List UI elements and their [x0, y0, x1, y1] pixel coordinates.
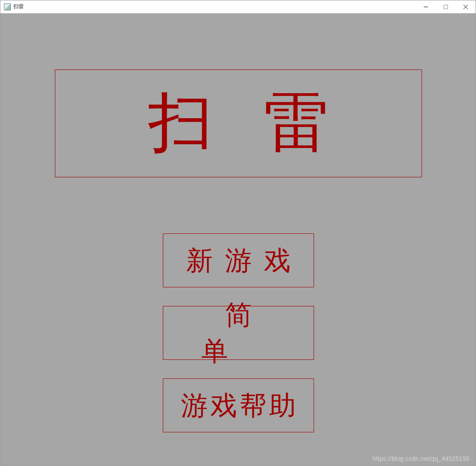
close-icon: [463, 5, 468, 9]
window-controls: [416, 0, 476, 13]
titlebar: 扫雷: [0, 0, 476, 13]
difficulty-button[interactable]: 简单: [163, 306, 314, 360]
new-game-button[interactable]: 新游戏: [163, 233, 314, 287]
minimize-icon: [424, 5, 428, 9]
client-area: 扫 雷 新游戏 简单 游戏帮助 https://blog.csdn.net/qq…: [0, 13, 476, 466]
maximize-icon: [444, 5, 448, 9]
close-button[interactable]: [456, 0, 476, 13]
window-title: 扫雷: [13, 3, 416, 10]
help-label: 游戏帮助: [178, 387, 298, 424]
help-button[interactable]: 游戏帮助: [163, 378, 314, 432]
maximize-button[interactable]: [436, 0, 456, 13]
svg-rect-1: [444, 5, 448, 9]
app-icon: [4, 3, 11, 10]
game-title: 扫 雷: [131, 80, 346, 167]
app-window: 扫雷 扫 雷 新游戏 简单 游戏帮助 https://blog.csdn.net…: [0, 0, 476, 466]
watermark: https://blog.csdn.net/qq_44525150: [372, 455, 470, 462]
new-game-label: 新游戏: [174, 242, 303, 279]
game-title-box: 扫 雷: [55, 69, 422, 177]
minimize-button[interactable]: [416, 0, 436, 13]
difficulty-label: 简单: [163, 297, 314, 369]
